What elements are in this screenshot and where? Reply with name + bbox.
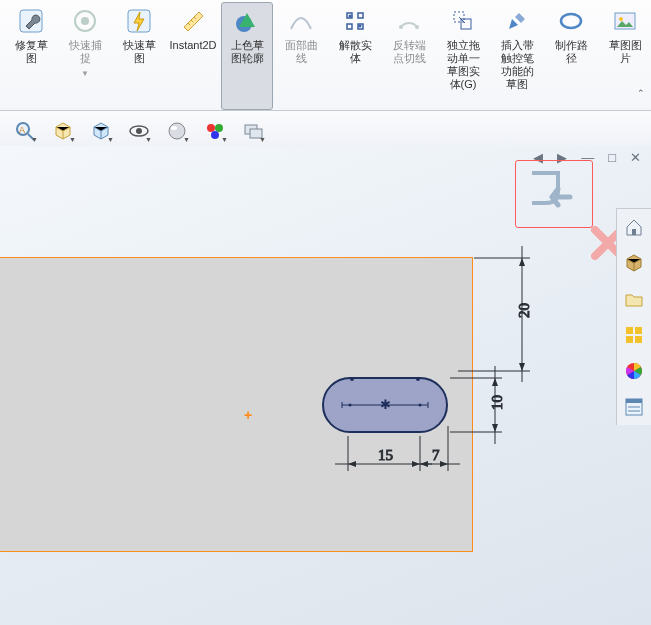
bolt-icon [123, 5, 155, 37]
ribbon-label: 上色草图轮廓 [231, 39, 264, 65]
chevron-down-icon: ▼ [69, 136, 76, 143]
taskpane-home-button[interactable] [618, 211, 650, 243]
slot-feature[interactable]: ✱ [320, 370, 458, 444]
svg-rect-29 [626, 336, 633, 343]
view-palette-button[interactable]: ▼ [199, 117, 231, 145]
dim-20-value: 20 [516, 303, 532, 318]
shade-icon [231, 5, 263, 37]
taskpane-folder-button[interactable] [618, 283, 650, 315]
svg-rect-28 [635, 327, 642, 334]
svg-point-6 [359, 25, 362, 28]
ribbon-label: 修复草图 [15, 39, 48, 65]
ribbon-bolt-button[interactable]: 快速草图 [113, 2, 165, 110]
wrench-icon [15, 5, 47, 37]
ribbon-label: Instant2D [169, 39, 216, 52]
curve-icon [285, 5, 317, 37]
ribbon-expand[interactable]: ⌃ [637, 88, 645, 98]
chevron-down-icon: ▼ [145, 136, 152, 143]
ribbon-shade-button[interactable]: 上色草图轮廓 [221, 2, 273, 110]
image-icon [609, 5, 641, 37]
svg-rect-27 [626, 327, 633, 334]
target-icon [69, 5, 101, 37]
graphics-viewport[interactable]: ◀▶—□✕ + ✱ 15 [0, 146, 651, 625]
svg-point-42 [350, 377, 354, 381]
sketch-confirmation-corner[interactable] [515, 160, 593, 228]
maximize-button[interactable]: □ [608, 150, 616, 165]
taskpane-grid-button[interactable] [618, 319, 650, 351]
ribbon-curve-button: 面部曲线 [275, 2, 327, 110]
ruler-icon [177, 5, 209, 37]
dissolve-icon [339, 5, 371, 37]
svg-point-11 [561, 14, 581, 28]
svg-point-21 [207, 124, 215, 132]
close-window-button[interactable]: ✕ [630, 150, 641, 165]
chevron-down-icon: ▼ [221, 136, 228, 143]
ribbon-label: 反转端点切线 [393, 39, 426, 65]
view-eye-button[interactable]: ▼ [123, 117, 155, 145]
ribbon-label: 草图图片 [609, 39, 642, 65]
view-magnify-button[interactable]: A▼ [9, 117, 41, 145]
ribbon-label: 快速草图 [123, 39, 156, 65]
taskpane-stack-button[interactable] [618, 247, 650, 279]
ribbon-label: 独立拖动单一草图实体(G) [447, 39, 480, 91]
sketch-origin-icon: + [244, 407, 252, 423]
view-sphere-button[interactable]: ▼ [161, 117, 193, 145]
svg-point-8 [415, 25, 419, 29]
ribbon-ruler-button[interactable]: Instant2D [167, 2, 219, 110]
taskpane-list-button[interactable] [618, 391, 650, 423]
svg-rect-26 [632, 229, 636, 235]
ribbon-label: 解散实体 [339, 39, 372, 65]
svg-rect-30 [635, 336, 642, 343]
exit-sketch-icon [524, 169, 584, 219]
ribbon-label: 制作路径 [555, 39, 588, 65]
ribbon-label: 面部曲线 [285, 39, 318, 65]
view-screens-button[interactable]: ▼ [237, 117, 269, 145]
drag-icon [447, 5, 479, 37]
pen-icon [501, 5, 533, 37]
ribbon-tangent-button: 反转端点切线 [383, 2, 435, 110]
svg-point-7 [399, 25, 403, 29]
svg-point-5 [349, 15, 352, 18]
ribbon-target-button: 快速捕捉▼ [59, 2, 111, 110]
ribbon-dissolve-button[interactable]: 解散实体 [329, 2, 381, 110]
tangent-icon [393, 5, 425, 37]
chevron-down-icon: ▼ [81, 69, 89, 78]
dim-10-value: 10 [489, 395, 505, 410]
svg-point-43 [416, 377, 420, 381]
view-cube-tri-button[interactable]: ▼ [47, 117, 79, 145]
ribbon-drag-button[interactable]: 独立拖动单一草图实体(G) [437, 2, 489, 110]
svg-text:A: A [19, 125, 25, 135]
view-cube-button[interactable]: ▼ [85, 117, 117, 145]
chevron-down-icon: ▼ [107, 136, 114, 143]
svg-point-18 [136, 128, 142, 134]
svg-point-2 [81, 17, 89, 25]
chevron-down-icon: ▼ [259, 136, 266, 143]
svg-point-22 [215, 124, 223, 132]
ribbon-label: 快速捕捉 [69, 39, 102, 65]
ribbon-label: 插入带触控笔功能的草图 [501, 39, 534, 91]
svg-rect-33 [626, 399, 642, 403]
svg-point-23 [211, 131, 219, 139]
chevron-down-icon: ▼ [31, 136, 38, 143]
ribbon-wrench-button[interactable]: 修复草图 [5, 2, 57, 110]
taskpane-colorwheel-button[interactable] [618, 355, 650, 387]
path-icon [555, 5, 587, 37]
ribbon-path-button[interactable]: 制作路径 [545, 2, 597, 110]
ribbon-pen-button[interactable]: 插入带触控笔功能的草图 [491, 2, 543, 110]
chevron-down-icon: ▼ [183, 136, 190, 143]
svg-point-20 [171, 126, 177, 130]
svg-point-13 [619, 17, 623, 21]
